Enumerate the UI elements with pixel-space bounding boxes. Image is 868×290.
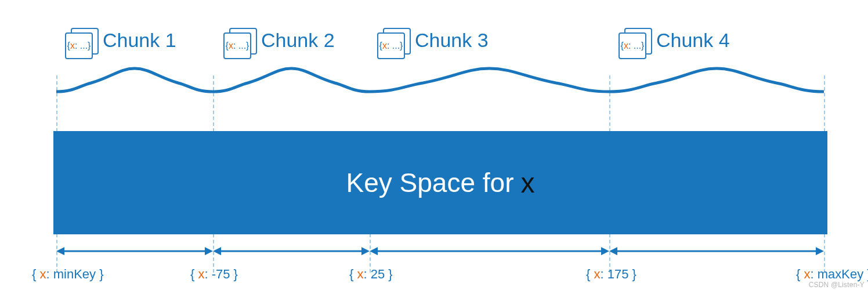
range-arrow-4 [609, 244, 824, 259]
svg-marker-8 [601, 247, 609, 255]
brace-3 [370, 64, 609, 96]
range-arrow-2 [213, 244, 370, 259]
brace-2 [213, 64, 370, 96]
range-arrow-3 [370, 244, 609, 259]
brace-4 [609, 64, 824, 96]
keyspace-title: Key Space for [346, 167, 514, 198]
svg-marker-11 [816, 247, 824, 255]
svg-marker-5 [361, 247, 370, 255]
chunk-label-1: Chunk 1 [103, 29, 176, 52]
chunk-doc-icon-3: {x: ...} [377, 28, 411, 57]
svg-marker-2 [205, 247, 213, 255]
diagram-canvas: Key Space for x {x: ...} Chunk 1 {x: ...… [0, 0, 868, 290]
chunk-doc-icon-4: {x: ...} [619, 28, 652, 57]
boundary-label-1: { x: -75 } [190, 267, 238, 282]
chunk-label-4: Chunk 4 [656, 29, 730, 52]
svg-marker-7 [370, 247, 378, 255]
chunk-doc-icon-2: {x: ...} [223, 28, 257, 57]
keyspace-bar: Key Space for x [53, 131, 827, 234]
boundary-label-0: { x: minKey } [32, 267, 104, 282]
keyspace-var: x [520, 167, 534, 199]
brace-1 [56, 64, 213, 96]
boundary-label-2: { x: 25 } [349, 267, 393, 282]
chunk-label-3: Chunk 3 [415, 29, 489, 52]
chunk-label-2: Chunk 2 [261, 29, 335, 52]
svg-marker-10 [609, 247, 617, 255]
svg-marker-1 [56, 247, 64, 255]
watermark: CSDN @Listen-Y [809, 281, 865, 289]
svg-marker-4 [213, 247, 221, 255]
boundary-label-4: { x: maxKey } [796, 267, 868, 282]
range-arrow-1 [56, 244, 213, 259]
boundary-label-3: { x: 175 } [586, 267, 636, 282]
chunk-doc-icon-1: {x: ...} [65, 28, 99, 57]
